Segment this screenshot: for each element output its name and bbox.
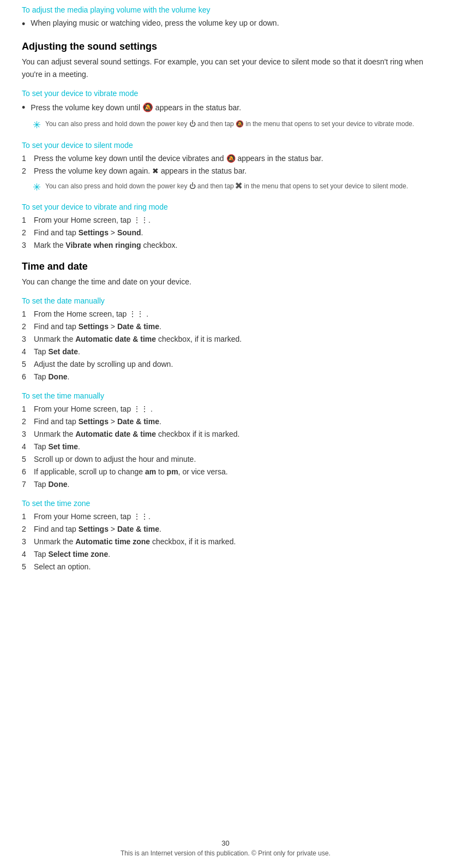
vibrate-mode-bullet: • Press the volume key down until 🔕 appe… <box>22 101 429 115</box>
list-item: 5 Scroll up or down to adjust the hour a… <box>22 454 429 465</box>
vibrate-mode-tip-text: You can also press and hold down the pow… <box>45 119 414 129</box>
list-item: 3 Unmark the Automatic date & time check… <box>22 334 429 345</box>
set-timezone-list: 1 From your Home screen, tap ⋮⋮. 2 Find … <box>22 511 429 573</box>
set-date-list: 1 From the Home screen, tap ⋮⋮ . 2 Find … <box>22 308 429 383</box>
list-item: 1 Press the volume key down until the de… <box>22 153 429 164</box>
time-date-intro: You can change the time and date on your… <box>22 276 429 288</box>
sound-section-heading: Adjusting the sound settings <box>22 41 429 52</box>
tip-icon-2: ✳ <box>33 181 41 194</box>
footer-text: This is an Internet version of this publ… <box>0 849 451 857</box>
bullet-dot-2: • <box>22 101 25 115</box>
time-date-heading: Time and date <box>22 261 429 272</box>
set-timezone-heading: To set the time zone <box>22 499 429 508</box>
tip-icon-1: ✳ <box>33 119 41 132</box>
vibrate-mode-text: Press the volume key down until 🔕 appear… <box>31 101 241 114</box>
top-bullet-item: • When playing music or watching video, … <box>22 17 429 31</box>
vibrate-mode-tip: ✳ You can also press and hold down the p… <box>33 119 429 132</box>
sound-section-intro: You can adjust several sound settings. F… <box>22 56 429 80</box>
list-item: 6 If applicable, scroll up to change am … <box>22 466 429 478</box>
list-item: 2 Press the volume key down again. ✖ app… <box>22 165 429 177</box>
list-item: 3 Unmark the Automatic time zone checkbo… <box>22 536 429 548</box>
list-item: 1 From the Home screen, tap ⋮⋮ . <box>22 308 429 320</box>
list-item: 2 Find and tap Settings > Date & time. <box>22 416 429 427</box>
list-item: 4 Tap Set time. <box>22 441 429 453</box>
list-item: 5 Adjust the date by scrolling up and do… <box>22 359 429 370</box>
list-item: 3 Mark the Vibrate when ringing checkbox… <box>22 240 429 251</box>
bullet-dot: • <box>22 17 25 31</box>
list-item: 4 Tap Select time zone. <box>22 549 429 560</box>
set-time-list: 1 From your Home screen, tap ⋮⋮ . 2 Find… <box>22 403 429 490</box>
list-item: 5 Select an option. <box>22 561 429 573</box>
vibrate-ring-list: 1 From your Home screen, tap ⋮⋮. 2 Find … <box>22 215 429 251</box>
list-item: 1 From your Home screen, tap ⋮⋮. <box>22 511 429 522</box>
vibrate-mode-heading: To set your device to vibrate mode <box>22 89 429 98</box>
list-item: 4 Tap Set date. <box>22 346 429 358</box>
list-item: 1 From your Home screen, tap ⋮⋮. <box>22 215 429 226</box>
footer: 30 This is an Internet version of this p… <box>0 839 451 857</box>
list-item: 3 Unmark the Automatic date & time check… <box>22 429 429 440</box>
top-bullet-text: When playing music or watching video, pr… <box>31 17 279 29</box>
list-item: 2 Find and tap Settings > Date & time. <box>22 321 429 332</box>
set-date-heading: To set the date manually <box>22 296 429 305</box>
list-item: 1 From your Home screen, tap ⋮⋮ . <box>22 403 429 415</box>
top-topic-heading: To adjust the media playing volume with … <box>22 5 429 14</box>
page-number: 30 <box>0 839 451 847</box>
list-item: 2 Find and tap Settings > Date & time. <box>22 524 429 535</box>
list-item: 6 Tap Done. <box>22 371 429 383</box>
silent-mode-tip-text: You can also press and hold down the pow… <box>45 181 408 191</box>
silent-mode-list: 1 Press the volume key down until the de… <box>22 153 429 177</box>
silent-mode-heading: To set your device to silent mode <box>22 141 429 150</box>
set-time-heading: To set the time manually <box>22 391 429 400</box>
list-item: 2 Find and tap Settings > Sound. <box>22 227 429 239</box>
list-item: 7 Tap Done. <box>22 479 429 490</box>
vibrate-ring-heading: To set your device to vibrate and ring m… <box>22 203 429 211</box>
silent-mode-tip: ✳ You can also press and hold down the p… <box>33 181 429 194</box>
